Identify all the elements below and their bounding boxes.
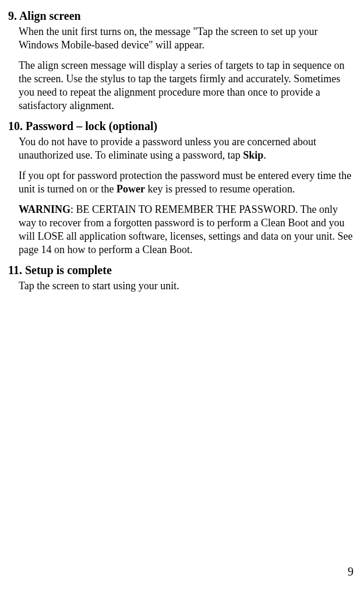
section-9-para-2: The align screen message will display a … xyxy=(19,59,356,113)
section-10-heading: 10. Password – lock (optional) xyxy=(8,120,356,133)
section-10-para-3: WARNING: BE CERTAIN TO REMEMBER THE PASS… xyxy=(19,203,356,257)
section-9-para-1: When the unit first turns on, the messag… xyxy=(19,25,356,52)
section-10-para-1-text-c: . xyxy=(263,149,266,161)
skip-label: Skip xyxy=(243,149,263,161)
warning-label: WARNING xyxy=(19,204,70,215)
section-10-para-2: If you opt for password protection the p… xyxy=(19,169,356,196)
power-key-label: Power xyxy=(116,183,145,195)
section-10-para-1: You do not have to provide a password un… xyxy=(19,135,356,162)
section-10-para-2-text-c: key is pressed to resume operation. xyxy=(145,183,295,195)
section-11-para-1: Tap the screen to start using your unit. xyxy=(19,279,356,293)
section-11-heading: 11. Setup is complete xyxy=(8,264,356,277)
section-9-heading: 9. Align screen xyxy=(8,9,356,23)
page-number: 9 xyxy=(348,565,354,579)
section-10-para-1-text-a: You do not have to provide a password un… xyxy=(19,136,316,161)
